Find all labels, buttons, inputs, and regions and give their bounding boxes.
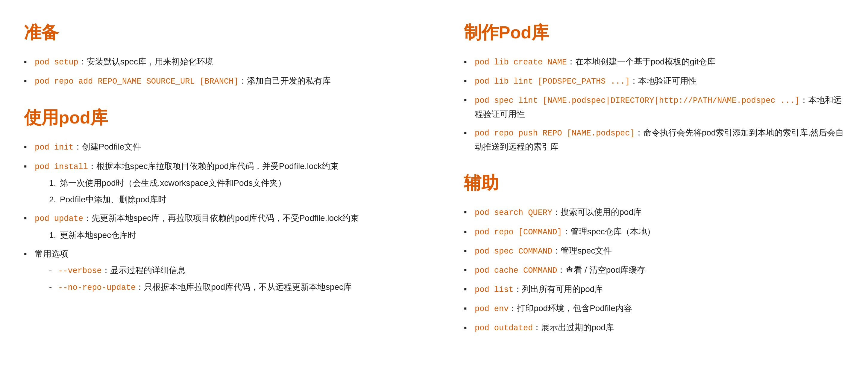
code-lib-lint: pod lib lint [PODSPEC_PATHS ...] [475,77,630,86]
section-use-pod-title: 使用pod库 [24,106,404,130]
numbered-item: 第一次使用pod时（会生成.xcworkspace文件和Pods文件夹） [49,176,404,190]
list-item-pod-update: pod update：先更新本地spec库，再拉取项目依赖的pod库代码，不受P… [24,212,404,242]
list-item-repo-push: pod repo push REPO [NAME.podspec]：命令执行会先… [464,126,844,153]
section-auxiliary-title: 辅助 [464,171,844,195]
make-pod-list: pod lib create NAME：在本地创建一个基于pod模板的git仓库… [464,55,844,153]
list-item-search: pod search QUERY：搜索可以使用的pod库 [464,205,844,219]
section-prepare: 准备 pod setup：安装默认spec库，用来初始化环境 pod repo … [24,21,404,88]
code-outdated: pod outdated [475,324,533,333]
dash-item-no-repo-update: --no-repo-update：只根据本地库拉取pod库代码，不从远程更新本地… [49,281,404,294]
code-pod-install: pod install [35,163,88,171]
use-pod-list: pod init：创建Podfile文件 pod install：根据本地spe… [24,140,404,294]
code-verbose: --verbose [58,267,102,275]
code-pod-update: pod update [35,214,83,223]
list-item: pod setup：安装默认spec库，用来初始化环境 [24,55,404,69]
pod-install-sub: 第一次使用pod时（会生成.xcworkspace文件和Pods文件夹） Pod… [35,176,404,206]
desc-pod-install: ：根据本地spec库拉取项目依赖的pod库代码，并受Podfile.lock约束 [88,162,339,171]
code-spec-lint: pod spec lint [NAME.podspec|DIRECTORY|ht… [475,96,800,105]
list-item-cache: pod cache COMMAND：查看 / 清空pod库缓存 [464,263,844,277]
options-label: 常用选项 [35,249,68,258]
code-no-repo-update: --no-repo-update [58,283,135,292]
left-column: 准备 pod setup：安装默认spec库，用来初始化环境 pod repo … [24,18,416,353]
code-env: pod env [475,305,508,313]
section-make-pod: 制作Pod库 pod lib create NAME：在本地创建一个基于pod模… [464,21,844,153]
numbered-item: 更新本地spec仓库时 [49,229,404,242]
section-make-pod-title: 制作Pod库 [464,21,844,44]
pod-update-sub: 更新本地spec仓库时 [35,229,404,242]
prepare-list: pod setup：安装默认spec库，用来初始化环境 pod repo add… [24,55,404,88]
list-item-outdated: pod outdated：展示出过期的pod库 [464,321,844,335]
desc-outdated: ：展示出过期的pod库 [533,323,614,332]
code-cache: pod cache COMMAND [475,266,557,275]
list-item-spec: pod spec COMMAND：管理spec文件 [464,244,844,258]
list-item-spec-lint: pod spec lint [NAME.podspec|DIRECTORY|ht… [464,93,844,121]
desc-pod-update: ：先更新本地spec库，再拉取项目依赖的pod库代码，不受Podfile.loc… [83,214,359,223]
desc-list: ：列出所有可用的pod库 [514,284,603,294]
code-pod-repo-add: pod repo add REPO_NAME SOURCE_URL [BRANC… [35,77,239,86]
desc-lib-create: ：在本地创建一个基于pod模板的git仓库 [567,57,715,66]
list-item-env: pod env：打印pod环境，包含Podfile内容 [464,302,844,315]
code-pod-setup: pod setup [35,58,79,67]
right-column: 制作Pod库 pod lib create NAME：在本地创建一个基于pod模… [452,18,844,353]
list-item-lib-create: pod lib create NAME：在本地创建一个基于pod模板的git仓库 [464,55,844,69]
options-dash-list: --verbose：显示过程的详细信息 --no-repo-update：只根据… [35,264,404,294]
list-item-pod-init: pod init：创建Podfile文件 [24,140,404,154]
list-item-pod-install: pod install：根据本地spec库拉取项目依赖的pod库代码，并受Pod… [24,160,404,206]
desc-lib-lint: ：本地验证可用性 [630,76,697,85]
desc-pod-repo-add: ：添加自己开发的私有库 [239,76,331,85]
code-lib-create: pod lib create NAME [475,58,567,67]
code-search: pod search QUERY [475,208,552,217]
code-spec: pod spec COMMAND [475,247,552,256]
list-item-list: pod list：列出所有可用的pod库 [464,283,844,297]
section-auxiliary: 辅助 pod search QUERY：搜索可以使用的pod库 pod repo… [464,171,844,335]
list-item-options: 常用选项 --verbose：显示过程的详细信息 --no-repo-updat… [24,247,404,294]
desc-no-repo-update: ：只根据本地库拉取pod库代码，不从远程更新本地spec库 [135,282,352,291]
code-pod-init: pod init [35,143,74,152]
desc-env: ：打印pod环境，包含Podfile内容 [508,304,632,313]
desc-verbose: ：显示过程的详细信息 [102,265,186,275]
section-use-pod: 使用pod库 pod init：创建Podfile文件 pod install：… [24,106,404,294]
numbered-item: Podfile中添加、删除pod库时 [49,193,404,206]
auxiliary-list: pod search QUERY：搜索可以使用的pod库 pod repo [C… [464,205,844,335]
code-repo: pod repo [COMMAND] [475,228,562,237]
section-prepare-title: 准备 [24,21,404,44]
list-item-repo: pod repo [COMMAND]：管理spec仓库（本地） [464,225,844,239]
desc-repo: ：管理spec仓库（本地） [562,227,655,236]
desc-pod-init: ：创建Podfile文件 [74,142,141,151]
code-list: pod list [475,285,514,294]
desc-cache: ：查看 / 清空pod库缓存 [557,265,645,275]
desc-pod-setup: ：安装默认spec库，用来初始化环境 [79,57,213,66]
desc-search: ：搜索可以使用的pod库 [552,207,642,217]
dash-item-verbose: --verbose：显示过程的详细信息 [49,264,404,278]
list-item-lib-lint: pod lib lint [PODSPEC_PATHS ...]：本地验证可用性 [464,74,844,88]
code-repo-push: pod repo push REPO [NAME.podspec] [475,129,635,138]
desc-spec: ：管理spec文件 [552,246,612,255]
list-item: pod repo add REPO_NAME SOURCE_URL [BRANC… [24,74,404,88]
